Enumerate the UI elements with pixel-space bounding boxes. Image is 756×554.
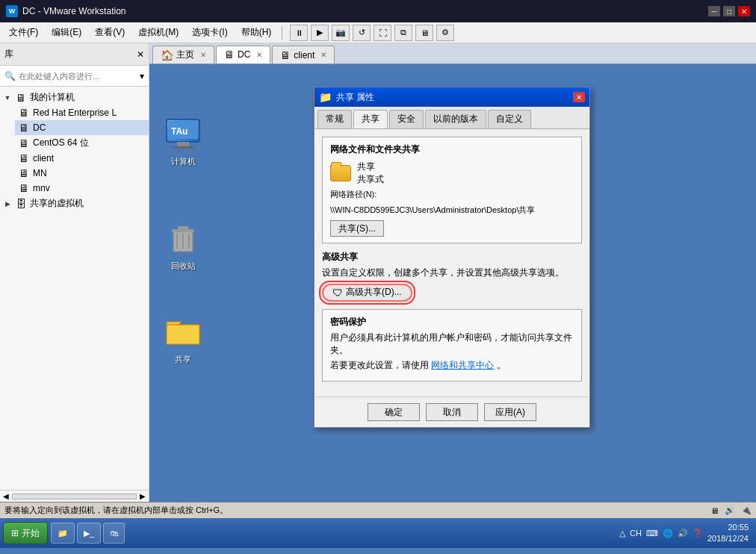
dialog-tab-security[interactable]: 安全 [389, 110, 424, 128]
tree-item-mnv[interactable]: 🖥 mnv [15, 181, 149, 196]
cancel-button[interactable]: 取消 [426, 403, 478, 421]
title-bar: W DC - VMware Workstation ─ □ ✕ [0, 0, 756, 22]
close-button[interactable]: ✕ [738, 6, 750, 16]
search-dropdown-icon[interactable]: ▾ [140, 71, 144, 81]
vm-desktop[interactable]: TAu 计算机 [149, 64, 756, 502]
tab-dc-label: DC [238, 49, 250, 60]
toolbar-play[interactable]: ▶ [311, 25, 329, 41]
search-input[interactable] [19, 72, 137, 81]
scroll-right-icon[interactable]: ▶ [140, 492, 146, 500]
apply-button[interactable]: 应用(A) [484, 403, 536, 421]
lang-indicator[interactable]: CH [630, 529, 642, 538]
tab-home-close[interactable]: ✕ [200, 51, 206, 59]
sidebar-search-bar[interactable]: 🔍 ▾ [0, 66, 149, 87]
tree-item-client[interactable]: 🖥 client [15, 151, 149, 166]
dialog-tab-previous[interactable]: 以前的版本 [425, 110, 486, 128]
start-label: 开始 [22, 527, 40, 540]
tree-item-label: CentOS 64 位 [33, 137, 89, 149]
tray-volume-icon[interactable]: 🔊 [678, 529, 688, 538]
tree-root-label: 我的计算机 [30, 91, 75, 104]
tab-home[interactable]: 🏠 主页 ✕ [152, 46, 214, 63]
window-title: DC - VMware Workstation [22, 6, 126, 16]
tab-client[interactable]: 🖥 client ✕ [272, 46, 335, 63]
network-share-center-link[interactable]: 网络和共享中心 [431, 360, 494, 370]
menu-edit[interactable]: 编辑(E) [46, 24, 87, 41]
advanced-share-btn-container: 🛡 高级共享(D)... [322, 284, 412, 302]
pwd-desc-2-text: 若要更改此设置，请使用 [330, 360, 429, 370]
tabs-bar: 🏠 主页 ✕ 🖥 DC ✕ 🖥 client ✕ [149, 43, 756, 64]
desktop-icon-computer[interactable]: TAu 计算机 [157, 116, 209, 168]
menu-vm[interactable]: 虚拟机(M) [132, 24, 185, 41]
scroll-left-icon[interactable]: ◀ [3, 492, 9, 500]
maximize-button[interactable]: □ [723, 6, 735, 16]
sidebar-title: 库 [4, 48, 13, 60]
tab-dc-close[interactable]: ✕ [256, 51, 262, 59]
dialog-tabs: 常规 共享 安全 以前的版本 自定义 [315, 107, 589, 129]
tree-item-shared-vms[interactable]: ▶ 🗄 共享的虚拟机 [0, 196, 149, 211]
sidebar-close-button[interactable]: ✕ [137, 49, 144, 60]
folder-label-1: 共享 [357, 161, 384, 173]
folder-label-2: 共享式 [357, 173, 384, 186]
store-taskbar-icon: 🛍 [110, 529, 118, 538]
share-button[interactable]: 共享(S)... [330, 220, 384, 237]
toolbar-fullscreen[interactable]: ⛶ [374, 25, 391, 41]
sidebar: 库 ✕ 🔍 ▾ ▼ 🖥 我的计算机 🖥 Red Hat Enterprise L… [0, 43, 149, 502]
tray-arrow-icon[interactable]: △ [619, 529, 625, 538]
taskbar-apps: 📁 ▶_ 🛍 [51, 523, 612, 544]
home-icon: 🏠 [161, 49, 173, 61]
menu-file[interactable]: 文件(F) [3, 24, 44, 41]
dialog-tab-share[interactable]: 共享 [353, 110, 388, 128]
vm-icon: 🖥 [18, 182, 30, 194]
tree-item-rhel[interactable]: 🖥 Red Hat Enterprise L [15, 105, 149, 120]
tray-question-icon[interactable]: ❓ [693, 529, 703, 538]
recycle-icon-label: 回收站 [169, 260, 198, 273]
folder-icon-image [165, 314, 201, 350]
taskbar-app-powershell[interactable]: ▶_ [77, 523, 101, 544]
tree-item-mn[interactable]: 🖥 MN [15, 166, 149, 181]
network-share-section: 网络文件和文件夹共享 共享 共享式 网络路径(N): \\WIN [322, 137, 582, 243]
toolbar-monitor[interactable]: 🖥 [415, 25, 433, 41]
tab-client-close[interactable]: ✕ [320, 51, 326, 59]
dialog-title-bar[interactable]: 📁 共享 属性 ✕ [315, 87, 589, 107]
dialog-close-button[interactable]: ✕ [573, 92, 585, 102]
toolbar-unity[interactable]: ⧉ [394, 25, 412, 41]
advanced-share-button[interactable]: 🛡 高级共享(D)... [322, 284, 412, 302]
tab-dc[interactable]: 🖥 DC ✕ [216, 46, 270, 63]
tree-expand-icon[interactable]: ▶ [3, 199, 12, 208]
advanced-share-section: 高级共享 设置自定义权限，创建多个共享，并设置其他高级共享选项。 🛡 高级共享(… [322, 251, 582, 302]
toolbar-settings[interactable]: ⚙ [436, 25, 454, 41]
start-button[interactable]: ⊞ 开始 [3, 522, 48, 544]
tab-home-label: 主页 [176, 49, 194, 61]
dialog-tab-general[interactable]: 常规 [317, 110, 352, 128]
network-share-title: 网络文件和文件夹共享 [330, 143, 420, 156]
toolbar-pause[interactable]: ⏸ [290, 25, 308, 41]
tray-keyboard-icon[interactable]: ⌨ [646, 529, 658, 538]
desktop-icon-share[interactable]: 共享 [157, 314, 209, 366]
tree-item-centos[interactable]: 🖥 CentOS 64 位 [15, 135, 149, 151]
tree-item-label: 共享的虚拟机 [30, 197, 84, 210]
tree-expand-icon[interactable]: ▼ [3, 93, 12, 102]
ok-button[interactable]: 确定 [368, 403, 420, 421]
dialog-tab-custom[interactable]: 自定义 [488, 110, 531, 128]
menu-tab[interactable]: 选项卡(I) [186, 24, 233, 41]
toolbar-revert[interactable]: ↺ [353, 25, 371, 41]
menu-view[interactable]: 查看(V) [89, 24, 131, 41]
menu-help[interactable]: 帮助(H) [235, 24, 278, 41]
share-folder-label: 共享 [173, 353, 193, 366]
desktop-icon-recycle[interactable]: 回收站 [157, 221, 209, 273]
taskbar-app-store[interactable]: 🛍 [103, 523, 125, 544]
tray-network-icon[interactable]: 🌐 [663, 529, 673, 538]
dialog-title-icon: 📁 [319, 91, 332, 103]
tree-root-my-computer[interactable]: ▼ 🖥 我的计算机 [0, 90, 149, 105]
toolbar-snapshot[interactable]: 📷 [332, 25, 350, 41]
sidebar-tree: ▼ 🖥 我的计算机 🖥 Red Hat Enterprise L 🖥 DC 🖥 … [0, 87, 149, 490]
advanced-share-btn-label: 高级共享(D)... [346, 286, 402, 299]
taskbar-app-explorer[interactable]: 📁 [51, 523, 75, 544]
tree-item-dc[interactable]: 🖥 DC [15, 120, 149, 135]
status-bar: 要将输入定向到该虚拟机，请在虚拟机内部单击或按 Ctrl+G。 🖥 🔊 🔌 [0, 502, 756, 518]
tree-item-label: Red Hat Enterprise L [33, 108, 117, 118]
minimize-button[interactable]: ─ [708, 6, 720, 16]
system-tray: △ CH ⌨ 🌐 🔊 ❓ 20:55 2018/12/24 [615, 522, 753, 545]
clock-display[interactable]: 20:55 2018/12/24 [707, 522, 749, 545]
share-properties-dialog: 📁 共享 属性 ✕ 常规 共享 安全 以前的版本 自定义 [314, 87, 590, 428]
